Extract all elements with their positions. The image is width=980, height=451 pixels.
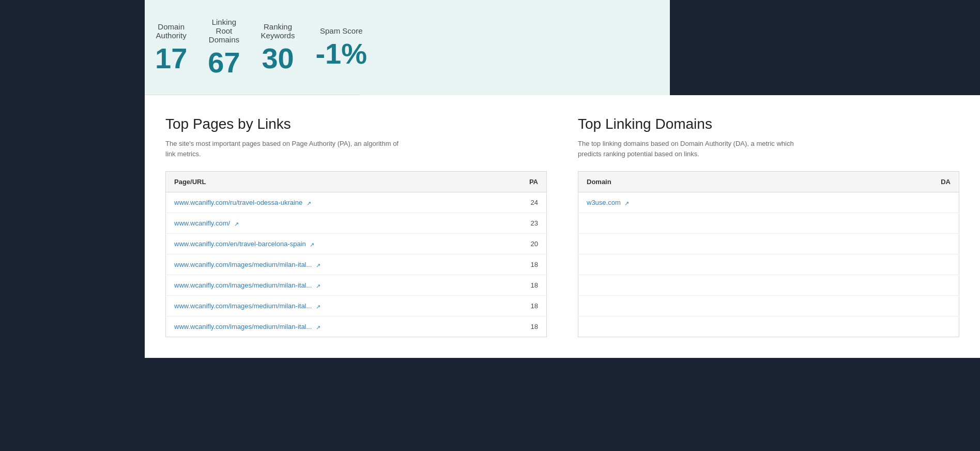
pa-value-cell: 18	[495, 296, 546, 317]
page-url-cell[interactable]: www.wcanifly.com/ru/travel-odessa-ukrain…	[166, 192, 496, 213]
table-row: www.wcanifly.com/images/medium/milan-ita…	[166, 317, 547, 337]
page-url-link[interactable]: www.wcanifly.com/images/medium/milan-ita…	[174, 302, 312, 310]
page-url-cell[interactable]: www.wcanifly.com/images/medium/milan-ita…	[166, 275, 496, 296]
top-pages-header-row: Page/URL PA	[166, 172, 547, 192]
stat-domain-authority: Domain Authority 17	[145, 17, 197, 78]
domain-cell[interactable]: w3use.com ↗	[578, 192, 844, 213]
content-sections: Top Pages by Links The site's most impor…	[145, 95, 980, 358]
external-link-icon: ↗	[310, 242, 316, 248]
stat-value-ranking-keywords: 30	[261, 44, 295, 73]
external-link-icon: ↗	[316, 324, 322, 330]
table-row: www.wcanifly.com/images/medium/milan-ita…	[166, 275, 547, 296]
external-link-icon: ↗	[316, 304, 322, 310]
external-link-icon: ↗	[234, 221, 240, 227]
empty-cell	[844, 254, 959, 275]
empty-cell	[578, 317, 844, 337]
stat-value-linking-root-domains: 67	[208, 48, 240, 77]
sidebar-background	[0, 0, 145, 83]
table-row-empty	[578, 275, 959, 296]
page-url-cell[interactable]: www.wcanifly.com/images/medium/milan-ita…	[166, 296, 496, 317]
page-wrapper: Domain Authority 17 Linking Root Domains…	[0, 0, 980, 451]
stat-ranking-keywords: Ranking Keywords 30	[251, 17, 305, 78]
table-row-empty	[578, 296, 959, 317]
empty-cell	[578, 213, 844, 234]
empty-cell	[578, 275, 844, 296]
top-row: Domain Authority 17 Linking Root Domains…	[145, 0, 980, 95]
empty-cell	[578, 234, 844, 254]
col-header-domain: Domain	[578, 172, 844, 192]
pa-value-cell: 23	[495, 213, 546, 234]
table-row: www.wcanifly.com/ ↗23	[166, 213, 547, 234]
empty-cell	[844, 213, 959, 234]
top-linking-domains-description: The top linking domains based on Domain …	[578, 139, 816, 159]
page-url-cell[interactable]: www.wcanifly.com/images/medium/milan-ita…	[166, 254, 496, 275]
empty-cell	[844, 296, 959, 317]
page-url-link[interactable]: www.wcanifly.com/images/medium/milan-ita…	[174, 261, 312, 268]
table-row-empty	[578, 254, 959, 275]
top-linking-domains-title: Top Linking Domains	[578, 116, 959, 132]
top-pages-title: Top Pages by Links	[165, 116, 547, 132]
col-header-da: DA	[844, 172, 959, 192]
external-link-icon: ↗	[307, 200, 313, 206]
da-value-cell	[844, 192, 959, 213]
pa-value-cell: 20	[495, 234, 546, 254]
stat-spam-score: Spam Score -1%	[305, 21, 377, 73]
stats-bar-inner: Domain Authority 17 Linking Root Domains…	[145, 0, 360, 95]
empty-cell	[844, 234, 959, 254]
pa-value-cell: 18	[495, 254, 546, 275]
stats-bar: Domain Authority 17 Linking Root Domains…	[145, 0, 670, 95]
stat-label-domain-authority: Domain Authority	[155, 22, 187, 40]
dark-right-panel	[670, 0, 980, 95]
empty-cell	[578, 296, 844, 317]
col-header-page-url: Page/URL	[166, 172, 496, 192]
table-row: w3use.com ↗	[578, 192, 959, 213]
stat-label-ranking-keywords: Ranking Keywords	[261, 22, 295, 40]
empty-cell	[578, 254, 844, 275]
external-link-icon: ↗	[624, 200, 631, 206]
empty-cell	[844, 275, 959, 296]
page-url-link[interactable]: www.wcanifly.com/	[174, 219, 230, 227]
stat-linking-root-domains: Linking Root Domains 67	[197, 12, 250, 82]
top-pages-table: Page/URL PA www.wcanifly.com/ru/travel-o…	[165, 171, 547, 337]
page-url-link[interactable]: www.wcanifly.com/ru/travel-odessa-ukrain…	[174, 199, 302, 206]
page-url-link[interactable]: www.wcanifly.com/images/medium/milan-ita…	[174, 281, 312, 289]
external-link-icon: ↗	[316, 262, 322, 268]
stat-label-linking-root-domains: Linking Root Domains	[208, 18, 240, 44]
table-row-empty	[578, 213, 959, 234]
col-header-pa: PA	[495, 172, 546, 192]
domain-link[interactable]: w3use.com	[587, 199, 621, 206]
top-linking-domains-section: Top Linking Domains The top linking doma…	[568, 116, 959, 337]
table-row: www.wcanifly.com/images/medium/milan-ita…	[166, 296, 547, 317]
pa-value-cell: 18	[495, 317, 546, 337]
top-linking-domains-header-row: Domain DA	[578, 172, 959, 192]
external-link-icon: ↗	[316, 283, 322, 289]
stat-value-spam-score: -1%	[315, 39, 367, 68]
stat-value-domain-authority: 17	[155, 44, 187, 73]
table-row-empty	[578, 234, 959, 254]
top-linking-domains-table: Domain DA w3use.com ↗	[578, 171, 959, 337]
pa-value-cell: 18	[495, 275, 546, 296]
page-url-cell[interactable]: www.wcanifly.com/en/travel-barcelona-spa…	[166, 234, 496, 254]
table-row: www.wcanifly.com/ru/travel-odessa-ukrain…	[166, 192, 547, 213]
page-url-cell[interactable]: www.wcanifly.com/images/medium/milan-ita…	[166, 317, 496, 337]
top-pages-description: The site's most important pages based on…	[165, 139, 403, 159]
table-row-empty	[578, 317, 959, 337]
table-row: www.wcanifly.com/en/travel-barcelona-spa…	[166, 234, 547, 254]
empty-cell	[844, 317, 959, 337]
page-url-link[interactable]: www.wcanifly.com/en/travel-barcelona-spa…	[174, 240, 306, 248]
page-url-link[interactable]: www.wcanifly.com/images/medium/milan-ita…	[174, 323, 312, 330]
stat-label-spam-score: Spam Score	[315, 26, 367, 35]
top-pages-section: Top Pages by Links The site's most impor…	[165, 116, 568, 337]
pa-value-cell: 24	[495, 192, 546, 213]
table-row: www.wcanifly.com/images/medium/milan-ita…	[166, 254, 547, 275]
page-url-cell[interactable]: www.wcanifly.com/ ↗	[166, 213, 496, 234]
